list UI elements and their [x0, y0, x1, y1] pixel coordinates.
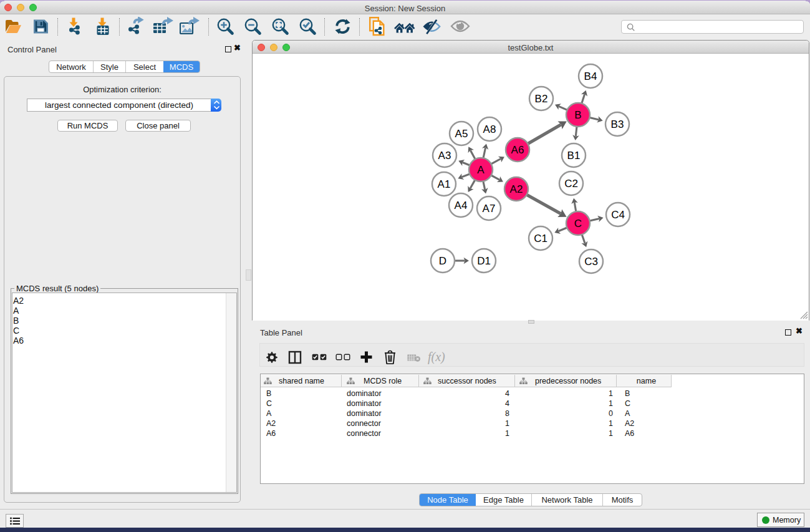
svg-text:B: B — [574, 109, 581, 121]
svg-text:A: A — [477, 164, 485, 176]
svg-text:C4: C4 — [611, 209, 625, 221]
svg-text:D1: D1 — [477, 255, 491, 267]
svg-text:A1: A1 — [438, 178, 451, 190]
svg-text:A7: A7 — [483, 203, 496, 215]
svg-text:A8: A8 — [483, 123, 496, 135]
svg-text:B3: B3 — [611, 118, 624, 130]
svg-text:D: D — [439, 255, 446, 267]
svg-text:A3: A3 — [438, 150, 451, 162]
svg-text:A5: A5 — [455, 128, 468, 140]
svg-text:A2: A2 — [510, 183, 523, 195]
svg-text:A6: A6 — [511, 144, 524, 156]
svg-text:C: C — [574, 218, 582, 230]
svg-text:A4: A4 — [455, 200, 468, 211]
svg-text:B1: B1 — [567, 150, 581, 162]
svg-text:C2: C2 — [564, 178, 578, 190]
svg-text:C3: C3 — [584, 256, 598, 268]
svg-text:B2: B2 — [535, 93, 548, 105]
svg-text:B4: B4 — [584, 70, 597, 82]
svg-text:C1: C1 — [534, 233, 547, 244]
